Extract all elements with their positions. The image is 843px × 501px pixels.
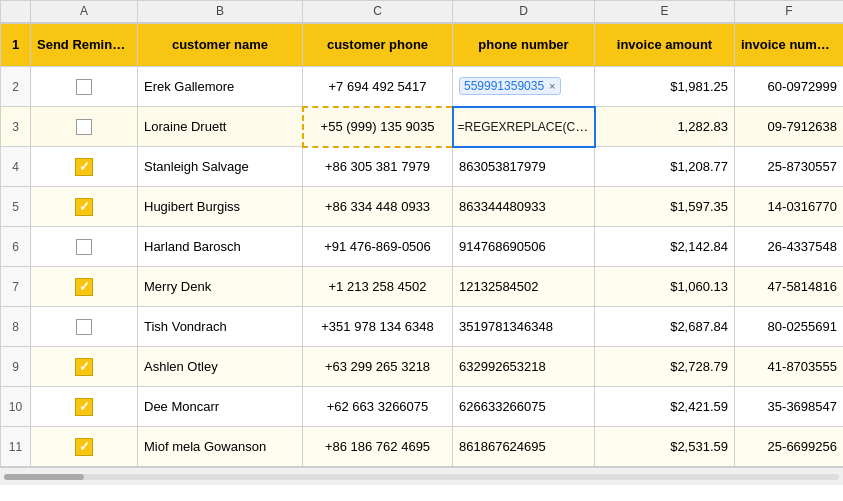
- col-letter-a[interactable]: A: [31, 1, 138, 23]
- send-reminder-cell[interactable]: ✓: [31, 147, 138, 187]
- col-letter-e[interactable]: E: [595, 1, 735, 23]
- customer-name-cell[interactable]: Erek Gallemore: [138, 67, 303, 107]
- phone-number-cell[interactable]: 914768690506: [453, 227, 595, 267]
- customer-name-cell[interactable]: Dee Moncarr: [138, 387, 303, 427]
- header-customer-phone: customer phone: [303, 23, 453, 67]
- invoice-amount-cell[interactable]: $2,421.59: [595, 387, 735, 427]
- customer-name-cell[interactable]: Miof mela Gowanson: [138, 427, 303, 467]
- invoice-number-cell[interactable]: 26-4337548: [735, 227, 844, 267]
- table-row: 7✓Merry Denk+1 213 258 450212132584502$1…: [1, 267, 844, 307]
- table-row: 4✓Stanleigh Salvage+86 305 381 797986305…: [1, 147, 844, 187]
- invoice-number-cell[interactable]: 25-6699256: [735, 427, 844, 467]
- phone-number-cell[interactable]: 861867624695: [453, 427, 595, 467]
- invoice-number-cell[interactable]: 80-0255691: [735, 307, 844, 347]
- col-letter-f[interactable]: F: [735, 1, 844, 23]
- customer-phone-cell[interactable]: +86 186 762 4695: [303, 427, 453, 467]
- corner-cell: [1, 1, 31, 23]
- phone-number-cell[interactable]: 559991359035×: [453, 67, 595, 107]
- invoice-number-cell[interactable]: 09-7912638: [735, 107, 844, 147]
- header-invoice-number: invoice number: [735, 23, 844, 67]
- checkbox-unchecked[interactable]: [76, 119, 92, 135]
- phone-number-cell[interactable]: 3519781346348: [453, 307, 595, 347]
- invoice-amount-cell[interactable]: $1,060.13: [595, 267, 735, 307]
- send-reminder-cell[interactable]: ✓: [31, 387, 138, 427]
- row-number: 5: [1, 187, 31, 227]
- checkbox-unchecked[interactable]: [76, 319, 92, 335]
- checkbox-checked[interactable]: ✓: [75, 398, 93, 416]
- phone-tag-remove[interactable]: ×: [549, 80, 555, 92]
- phone-number-cell[interactable]: 632992653218: [453, 347, 595, 387]
- checkbox-checked[interactable]: ✓: [75, 438, 93, 456]
- customer-name-cell[interactable]: Hugibert Burgiss: [138, 187, 303, 227]
- row-number: 9: [1, 347, 31, 387]
- customer-phone-cell[interactable]: +91 476-869-0506: [303, 227, 453, 267]
- customer-phone-cell[interactable]: +86 334 448 0933: [303, 187, 453, 227]
- table-row: 8Tish Vondrach+351 978 134 6348351978134…: [1, 307, 844, 347]
- checkbox-checked[interactable]: ✓: [75, 198, 93, 216]
- send-reminder-cell[interactable]: ✓: [31, 267, 138, 307]
- invoice-number-cell[interactable]: 47-5814816: [735, 267, 844, 307]
- invoice-number-cell[interactable]: 25-8730557: [735, 147, 844, 187]
- send-reminder-cell[interactable]: [31, 227, 138, 267]
- customer-phone-cell[interactable]: +1 213 258 4502: [303, 267, 453, 307]
- header-row: 1 Send Reminder customer name customer p…: [1, 23, 844, 67]
- scrollbar-thumb[interactable]: [4, 474, 84, 480]
- row-number: 6: [1, 227, 31, 267]
- spreadsheet: A B C D E F 1 Send Reminder customer nam…: [0, 0, 843, 501]
- send-reminder-cell[interactable]: [31, 67, 138, 107]
- customer-phone-cell[interactable]: +351 978 134 6348: [303, 307, 453, 347]
- customer-name-cell[interactable]: Tish Vondrach: [138, 307, 303, 347]
- customer-phone-cell[interactable]: +63 299 265 3218: [303, 347, 453, 387]
- formula-text: =REGEXREPLACE(C3, "\D",""): [458, 119, 595, 134]
- customer-phone-cell[interactable]: +55 (999) 135 9035: [303, 107, 453, 147]
- table-row: 11✓Miof mela Gowanson+86 186 762 4695861…: [1, 427, 844, 467]
- checkbox-checked[interactable]: ✓: [75, 358, 93, 376]
- invoice-number-cell[interactable]: 14-0316770: [735, 187, 844, 227]
- scrollbar-track[interactable]: [4, 474, 839, 480]
- customer-name-cell[interactable]: Harland Barosch: [138, 227, 303, 267]
- phone-number-cell[interactable]: 863053817979: [453, 147, 595, 187]
- invoice-amount-cell[interactable]: $2,687.84: [595, 307, 735, 347]
- invoice-number-cell[interactable]: 41-8703555: [735, 347, 844, 387]
- customer-name-cell[interactable]: Merry Denk: [138, 267, 303, 307]
- table-row: 2Erek Gallemore+7 694 492 54175599913590…: [1, 67, 844, 107]
- invoice-amount-cell[interactable]: $2,531.59: [595, 427, 735, 467]
- col-letter-b[interactable]: B: [138, 1, 303, 23]
- row-number: 7: [1, 267, 31, 307]
- invoice-number-cell[interactable]: 35-3698547: [735, 387, 844, 427]
- customer-phone-cell[interactable]: +7 694 492 5417: [303, 67, 453, 107]
- send-reminder-cell[interactable]: ✓: [31, 347, 138, 387]
- invoice-amount-cell[interactable]: $1,597.35: [595, 187, 735, 227]
- col-letter-d[interactable]: D: [453, 1, 595, 23]
- invoice-amount-cell[interactable]: $1,981.25: [595, 67, 735, 107]
- phone-number-cell[interactable]: 626633266075: [453, 387, 595, 427]
- send-reminder-cell[interactable]: [31, 307, 138, 347]
- checkbox-unchecked[interactable]: [76, 239, 92, 255]
- customer-name-cell[interactable]: Loraine Druett: [138, 107, 303, 147]
- invoice-amount-cell[interactable]: $1,208.77: [595, 147, 735, 187]
- invoice-amount-cell[interactable]: $2,142.84: [595, 227, 735, 267]
- phone-number-cell[interactable]: 12132584502: [453, 267, 595, 307]
- customer-phone-cell[interactable]: +62 663 3266075: [303, 387, 453, 427]
- customer-name-cell[interactable]: Ashlen Otley: [138, 347, 303, 387]
- scrollbar-area[interactable]: [0, 467, 843, 485]
- phone-number-cell[interactable]: =REGEXREPLACE(C3, "\D",""): [453, 107, 595, 147]
- checkbox-checked[interactable]: ✓: [75, 278, 93, 296]
- send-reminder-cell[interactable]: ✓: [31, 427, 138, 467]
- send-reminder-cell[interactable]: ✓: [31, 187, 138, 227]
- checkbox-unchecked[interactable]: [76, 79, 92, 95]
- phone-number-cell[interactable]: 863344480933: [453, 187, 595, 227]
- customer-name-cell[interactable]: Stanleigh Salvage: [138, 147, 303, 187]
- invoice-number-cell[interactable]: 60-0972999: [735, 67, 844, 107]
- col-letter-c[interactable]: C: [303, 1, 453, 23]
- customer-phone-cell[interactable]: +86 305 381 7979: [303, 147, 453, 187]
- phone-tag[interactable]: 559991359035×: [459, 77, 561, 95]
- table-row: 6Harland Barosch+91 476-869-050691476869…: [1, 227, 844, 267]
- invoice-amount-cell[interactable]: $2,728.79: [595, 347, 735, 387]
- send-reminder-cell[interactable]: [31, 107, 138, 147]
- invoice-amount-cell[interactable]: 1,282.83: [595, 107, 735, 147]
- table-row: 10✓Dee Moncarr+62 663 326607562663326607…: [1, 387, 844, 427]
- table-row: 3Loraine Druett+55 (999) 135 9035=REGEXR…: [1, 107, 844, 147]
- header-phone-number: phone number: [453, 23, 595, 67]
- checkbox-checked[interactable]: ✓: [75, 158, 93, 176]
